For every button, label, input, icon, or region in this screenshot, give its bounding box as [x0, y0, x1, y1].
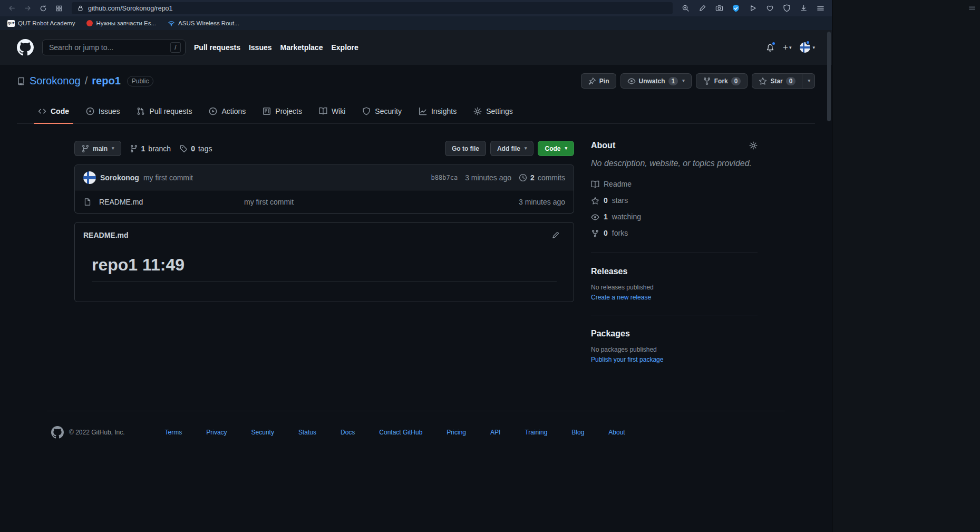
- footer-link-status[interactable]: Status: [298, 429, 316, 436]
- search-box[interactable]: /: [42, 40, 186, 55]
- star-count: 0: [786, 77, 796, 85]
- file-link[interactable]: README.md: [99, 198, 143, 206]
- project-icon: [263, 107, 271, 115]
- add-file-button[interactable]: Add file ▾: [490, 141, 534, 156]
- footer-link-training[interactable]: Training: [525, 429, 547, 436]
- notifications-button[interactable]: [766, 43, 774, 52]
- zoom-icon[interactable]: [678, 2, 693, 15]
- tab-insights[interactable]: Insights: [410, 99, 465, 123]
- screenshot-icon[interactable]: [712, 2, 726, 15]
- shield-icon[interactable]: [779, 2, 794, 15]
- grid-icon[interactable]: [52, 2, 66, 15]
- footer-link-api[interactable]: API: [490, 429, 500, 436]
- commits-history-link[interactable]: 2 commits: [519, 173, 565, 182]
- create-release-link[interactable]: Create a new release: [591, 294, 758, 301]
- branches-link[interactable]: 1 branch: [130, 144, 171, 153]
- forks-link[interactable]: 0 forks: [591, 228, 758, 239]
- unwatch-label: Unwatch: [639, 78, 665, 85]
- fork-icon: [703, 77, 711, 85]
- nav-issues[interactable]: Issues: [249, 43, 272, 52]
- file-navigation: main ▾ 1 branch 0 tags: [74, 141, 574, 156]
- star-dropdown-button[interactable]: ▾: [802, 73, 815, 89]
- github-logo-icon[interactable]: [17, 39, 34, 56]
- commits-count-label: commits: [538, 173, 565, 182]
- menu-icon[interactable]: [813, 2, 828, 15]
- download-icon[interactable]: [796, 2, 811, 15]
- edit-icon[interactable]: [695, 2, 710, 15]
- tab-actions[interactable]: Actions: [200, 99, 254, 123]
- star-icon: [759, 77, 767, 85]
- star-label: Star: [770, 78, 782, 85]
- watching-count: 1: [604, 211, 608, 223]
- search-input[interactable]: [49, 43, 160, 52]
- star-button[interactable]: Star 0: [752, 73, 802, 89]
- nav-marketplace[interactable]: Marketplace: [280, 43, 323, 52]
- tab-wiki[interactable]: Wiki: [311, 99, 354, 123]
- chevron-down-icon: ▾: [808, 79, 810, 83]
- watching-link[interactable]: 1 watching: [591, 211, 758, 223]
- tab-projects[interactable]: Projects: [254, 99, 311, 123]
- forward-icon[interactable]: [20, 2, 35, 15]
- tab-settings[interactable]: Settings: [465, 99, 521, 123]
- readme-link[interactable]: Readme: [591, 179, 758, 190]
- publish-package-link[interactable]: Publish your first package: [591, 356, 758, 363]
- user-menu-button[interactable]: ▾: [800, 42, 815, 53]
- commit-author-link[interactable]: Sorokonog: [100, 173, 139, 182]
- repo-name-link[interactable]: repo1: [92, 75, 120, 87]
- tags-link[interactable]: 0 tags: [179, 144, 212, 153]
- nav-explore[interactable]: Explore: [331, 43, 358, 52]
- add-file-label: Add file: [497, 145, 520, 152]
- chevron-down-icon: ▾: [525, 146, 527, 151]
- footer-link-docs[interactable]: Docs: [341, 429, 355, 436]
- tab-issues[interactable]: Issues: [77, 99, 128, 123]
- stars-link[interactable]: 0 stars: [591, 195, 758, 206]
- tab-security[interactable]: Security: [354, 99, 410, 123]
- file-commit-message[interactable]: my first commit: [244, 198, 519, 206]
- pin-label: Pin: [599, 78, 609, 85]
- bookmark-item[interactable]: ASUS Wireless Rout...: [168, 20, 239, 27]
- branch-selector[interactable]: main ▾: [74, 141, 121, 156]
- unwatch-button[interactable]: Unwatch 1 ▾: [620, 73, 692, 89]
- footer-link-security[interactable]: Security: [251, 429, 274, 436]
- go-to-file-button[interactable]: Go to file: [445, 141, 486, 156]
- commit-message-link[interactable]: my first commit: [143, 173, 193, 182]
- create-new-button[interactable]: + ▾: [783, 42, 791, 53]
- main-container: main ▾ 1 branch 0 tags: [57, 124, 774, 391]
- tab-code[interactable]: Code: [30, 99, 77, 123]
- footer-link-contact[interactable]: Contact GitHub: [379, 429, 422, 436]
- readme-heading: repo1 11:49: [92, 255, 557, 282]
- footer-link-privacy[interactable]: Privacy: [206, 429, 227, 436]
- about-settings-gear-icon[interactable]: [749, 141, 758, 150]
- bookmark-item[interactable]: Нужны запчасти Es...: [86, 20, 156, 26]
- footer-link-pricing[interactable]: Pricing: [447, 429, 466, 436]
- wifi-icon: [168, 20, 175, 27]
- refresh-icon[interactable]: [36, 2, 51, 15]
- fork-button[interactable]: Fork 0: [696, 73, 748, 89]
- tab-pull-requests[interactable]: Pull requests: [128, 99, 200, 123]
- repo-owner-link[interactable]: Sorokonog: [30, 75, 81, 87]
- file-commit-time: 3 minutes ago: [519, 198, 565, 206]
- commit-hash-link[interactable]: b88b7ca: [431, 174, 458, 181]
- github-logo-icon: [51, 426, 64, 439]
- send-icon[interactable]: [745, 2, 760, 15]
- bookmark-item[interactable]: QUT QUT Robot Academy: [7, 20, 75, 27]
- footer-link-about[interactable]: About: [608, 429, 625, 436]
- packages-title: Packages: [591, 329, 630, 338]
- pin-icon: [588, 77, 596, 85]
- heart-icon[interactable]: [762, 2, 777, 15]
- footer-left: © 2022 GitHub, Inc.: [51, 426, 125, 439]
- footer-link-blog[interactable]: Blog: [571, 429, 584, 436]
- commit-author-avatar[interactable]: [83, 171, 96, 184]
- back-icon[interactable]: [4, 2, 19, 15]
- code-download-button[interactable]: Code ▾: [538, 141, 574, 156]
- edit-readme-pencil-icon[interactable]: [551, 231, 560, 239]
- scrollbar-thumb[interactable]: [827, 32, 831, 121]
- address-bar[interactable]: github.com/Sorokonog/repo1: [72, 2, 673, 14]
- footer-link-terms[interactable]: Terms: [165, 429, 182, 436]
- nav-pull-requests[interactable]: Pull requests: [194, 43, 240, 52]
- adblock-shield-icon[interactable]: [729, 2, 743, 15]
- file-row[interactable]: README.md my first commit 3 minutes ago: [74, 190, 574, 214]
- repo-tabs: Code Issues Pull requests Actions Projec…: [17, 99, 815, 124]
- pin-button[interactable]: Pin: [581, 73, 616, 89]
- plus-icon: +: [783, 42, 788, 53]
